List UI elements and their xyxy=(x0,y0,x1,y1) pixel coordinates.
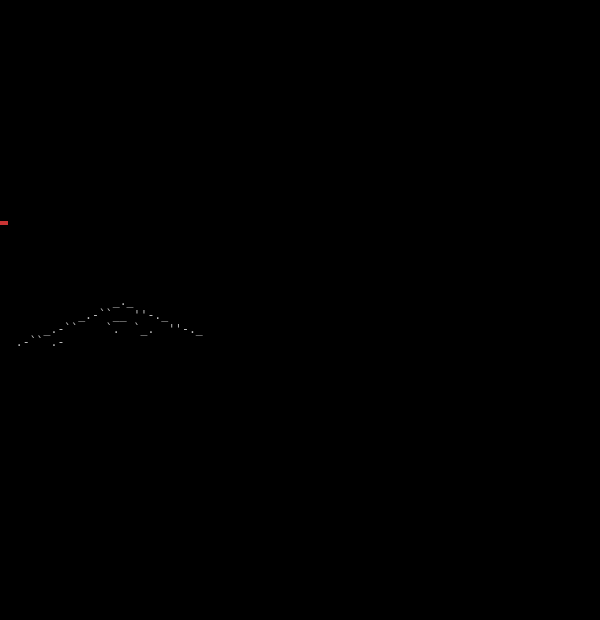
highlighted-command xyxy=(0,221,8,225)
prompt-line-2 xyxy=(2,214,598,230)
redis-ascii-logo: _._ _.-``__ ''-._ _.-`` `. `_. ''-._ .-`… xyxy=(2,295,598,349)
terminal-output[interactable]: _._ _.-``__ ''-._ _.-`` `. `_. ''-._ .-`… xyxy=(0,65,600,352)
